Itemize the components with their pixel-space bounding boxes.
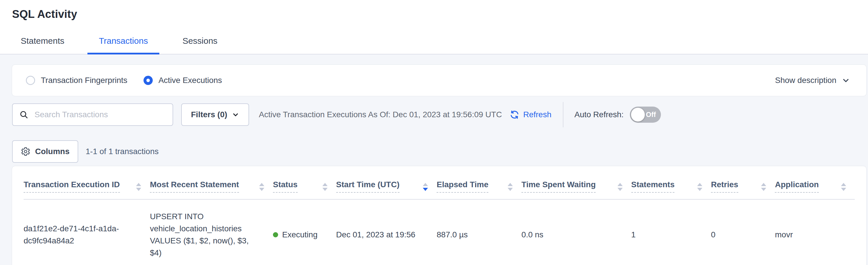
as-of-timestamp: Active Transaction Executions As Of: Dec… [259,110,502,119]
sort-icon[interactable] [508,183,513,193]
search-icon [19,110,29,120]
refresh-label: Refresh [523,110,551,119]
statement-line: VALUES ($1, $2, now(), $3, $4) [150,235,260,259]
sort-icon[interactable] [322,183,328,193]
column-label[interactable]: Elapsed Time [437,180,488,193]
show-description-toggle[interactable]: Show description [775,76,850,85]
column-header-statements: Statements [631,167,711,199]
radio-icon[interactable] [26,76,35,85]
column-label[interactable]: Status [273,180,298,193]
table-row: da1f21e2-de71-4c1f-a1da- dc9fc94a84a2 UP… [24,199,855,265]
tab-statements[interactable]: Statements [9,36,76,54]
radio-option-active-executions[interactable]: Active Executions [144,76,222,85]
sort-icon[interactable] [136,183,141,193]
transactions-table: Transaction Execution ID Most Recent Sta… [24,167,855,265]
refresh-button[interactable]: Refresh [509,109,551,120]
column-label[interactable]: Retries [711,180,738,193]
top-band: SQL Activity Statements Transactions Ses… [0,0,868,54]
chevron-down-icon [841,76,850,85]
toolbar: Filters (0) Active Transaction Execution… [12,103,866,126]
radio-label: Active Executions [158,76,222,85]
column-label[interactable]: Start Time (UTC) [336,180,400,193]
column-label[interactable]: Application [775,180,818,193]
toggle-knob[interactable] [631,108,645,122]
transactions-table-card: Transaction Execution ID Most Recent Sta… [12,166,866,265]
auto-refresh-label: Auto Refresh: [575,110,623,119]
column-header-transaction-execution-id: Transaction Execution ID [24,167,150,199]
column-header-most-recent-statement: Most Recent Statement [150,167,273,199]
column-header-elapsed-time: Elapsed Time [437,167,521,199]
radio-icon[interactable] [144,76,153,85]
cell-most-recent-statement[interactable]: UPSERT INTO vehicle_location_histories V… [150,199,273,265]
filters-button[interactable]: Filters (0) [181,103,249,126]
cell-time-spent-waiting: 0.0 ns [521,199,631,265]
statement-line: UPSERT INTO [150,211,260,223]
view-selector-card: Transaction Fingerprints Active Executio… [12,65,866,96]
cell-transaction-execution-id[interactable]: da1f21e2-de71-4c1f-a1da- dc9fc94a84a2 [24,199,150,265]
show-description-label: Show description [775,76,836,85]
toolbar-divider [563,102,563,127]
cell-retries: 0 [711,199,775,265]
page-title: SQL Activity [0,0,868,21]
chevron-down-icon [232,111,239,118]
tab-transactions[interactable]: Transactions [87,36,160,54]
auto-refresh-toggle[interactable]: Off [630,107,661,123]
column-header-application: Application [775,167,855,199]
cell-statements: 1 [631,199,711,265]
tab-sessions[interactable]: Sessions [171,36,229,54]
columns-button[interactable]: Columns [12,140,78,163]
sort-icon[interactable] [259,183,264,193]
auto-refresh-state: Off [646,111,656,119]
tabs-bar: Statements Transactions Sessions [0,36,868,54]
sort-icon[interactable] [761,183,766,193]
statement-line: vehicle_location_histories [150,223,260,235]
filters-label: Filters (0) [191,110,227,119]
columns-label: Columns [35,147,70,156]
column-header-start-time: Start Time (UTC) [336,167,437,199]
status-executing-icon [273,232,278,237]
status-label: Executing [282,230,317,239]
content-area: Transaction Fingerprints Active Executio… [0,54,868,265]
column-header-time-spent-waiting: Time Spent Waiting [521,167,631,199]
execution-id-line: dc9fc94a84a2 [24,235,137,247]
column-label[interactable]: Transaction Execution ID [24,180,120,193]
sort-icon[interactable] [697,183,702,193]
sort-icon[interactable] [423,183,428,193]
radio-option-transaction-fingerprints[interactable]: Transaction Fingerprints [26,76,127,85]
column-label[interactable]: Most Recent Statement [150,180,239,193]
radio-label: Transaction Fingerprints [41,76,127,85]
column-header-status: Status [273,167,336,199]
cell-start-time: Dec 01, 2023 at 19:56 [336,199,437,265]
search-input[interactable] [34,110,166,120]
table-controls-row: Columns 1-1 of 1 transactions [12,140,866,163]
execution-id-line: da1f21e2-de71-4c1f-a1da- [24,223,137,235]
column-label[interactable]: Time Spent Waiting [521,180,596,193]
search-box[interactable] [12,103,173,126]
table-header-row: Transaction Execution ID Most Recent Sta… [24,167,855,199]
gear-icon [21,147,30,156]
sort-icon[interactable] [618,183,623,193]
sort-icon[interactable] [841,183,846,193]
column-header-retries: Retries [711,167,775,199]
cell-application: movr [775,199,855,265]
auto-refresh-control: Auto Refresh: Off [575,107,661,123]
cell-status: Executing [273,199,336,265]
column-label[interactable]: Statements [631,180,675,193]
cell-elapsed-time: 887.0 µs [437,199,521,265]
result-count: 1-1 of 1 transactions [86,147,159,156]
refresh-icon [509,109,520,120]
